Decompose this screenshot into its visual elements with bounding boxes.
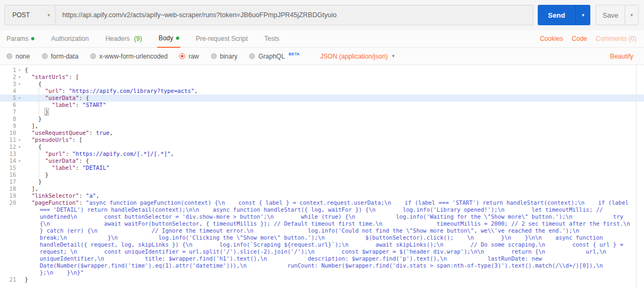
fold-caret-icon[interactable]: ▾ <box>16 81 23 88</box>
fold-caret-icon[interactable]: ▾ <box>16 143 23 150</box>
cookies-link[interactable]: Cookies <box>540 35 563 42</box>
token <box>25 109 45 115</box>
token: , <box>96 192 99 199</box>
method-select[interactable]: POST ▾ <box>4 5 56 25</box>
token <box>25 150 45 157</box>
line-number: 13 <box>0 150 16 157</box>
tab-label: Pre-request Script <box>196 35 248 42</box>
radio-label: x-www-form-urlencoded <box>99 53 167 60</box>
line-content: } <box>23 116 42 123</box>
tab-params[interactable]: Params <box>5 30 35 48</box>
beta-badge: BETA <box>289 52 300 56</box>
token: "pageFunction" <box>32 199 79 206</box>
indent-guide <box>39 109 39 116</box>
token: } <box>25 171 48 178</box>
token: "async function pageFunction(context) {\… <box>40 199 644 276</box>
body-type-raw[interactable]: raw <box>179 53 199 60</box>
code-line-6: 6 "label": "START" <box>0 102 644 109</box>
token <box>25 192 32 199</box>
token: } <box>25 116 42 122</box>
body-type-form-data[interactable]: form-data <box>42 53 78 60</box>
beautify-button[interactable]: Beautify <box>610 53 633 60</box>
token: , <box>194 88 197 94</box>
url-input[interactable] <box>56 5 533 25</box>
fold-caret-icon[interactable]: ▾ <box>16 67 23 74</box>
body-type-x-www-form-urlencoded[interactable]: x-www-form-urlencoded <box>90 53 167 60</box>
token: : <box>79 199 86 206</box>
line-number: 7 <box>0 109 16 116</box>
token: } <box>45 109 48 115</box>
token: : <box>76 164 83 171</box>
body-type-binary[interactable]: binary <box>211 53 238 60</box>
token: "https://apify.com/[.*]/[.*]" <box>72 150 171 157</box>
token <box>25 199 32 206</box>
line-content: } <box>23 276 28 283</box>
send-options-button[interactable]: ▾ <box>575 5 590 25</box>
tab-label: Headers <box>105 35 129 42</box>
save-split-button: Save ▾ <box>596 5 639 25</box>
line-number: 14 <box>0 157 16 164</box>
token: : <box>76 102 83 108</box>
code-line-13: 13 "purl": "https://apify.com/[.*]/[.*]"… <box>0 150 644 157</box>
token: "userData" <box>45 95 79 101</box>
token: : <box>65 150 72 157</box>
line-content: { <box>23 81 42 88</box>
code-line-5: 5▾ "userData": { <box>0 95 644 102</box>
comments-link[interactable]: Comments (0) <box>596 35 636 42</box>
radio-icon <box>90 53 96 59</box>
radio-icon <box>211 53 217 59</box>
radio-label: raw <box>188 53 199 60</box>
green-dot-icon <box>176 37 179 40</box>
line-content: ], <box>23 185 38 192</box>
indent-guide <box>39 102 39 109</box>
line-content: "url": "https://apify.com/library?type=a… <box>23 88 197 95</box>
token: "label" <box>52 164 76 171</box>
fold-caret-icon[interactable]: ▾ <box>16 157 23 164</box>
editor-scrollbar[interactable] <box>636 65 636 288</box>
line-content: { <box>23 67 28 74</box>
body-type-none[interactable]: none <box>6 53 30 60</box>
fold-caret-icon[interactable]: ▾ <box>16 136 23 143</box>
radio-icon <box>6 53 12 59</box>
token: } <box>25 178 42 185</box>
token: : <box>89 129 96 136</box>
token: "linkSelector" <box>32 192 79 199</box>
chevron-down-icon: ▾ <box>582 12 584 18</box>
tab-tests[interactable]: Tests <box>263 30 280 48</box>
fold-caret-icon[interactable]: ▾ <box>16 74 23 81</box>
headers-count: (9) <box>134 35 142 42</box>
save-options-button[interactable]: ▾ <box>625 5 639 25</box>
request-url-bar: POST ▾ Send ▾ Save ▾ <box>0 0 644 30</box>
line-content: } <box>23 178 42 185</box>
token <box>25 95 45 101</box>
code-link[interactable]: Code <box>572 35 587 42</box>
code-line-7: 7 } <box>0 109 644 116</box>
tab-body[interactable]: Body <box>157 30 180 48</box>
line-number: 11 <box>0 136 16 143</box>
code-line-1: 1▾{ <box>0 67 644 74</box>
tab-pre-request-script[interactable]: Pre-request Script <box>195 30 249 48</box>
raw-body-editor[interactable]: 1▾{2▾ "startUrls": [3▾ {4 "url": "https:… <box>0 65 644 288</box>
line-number: 21 <box>0 276 16 283</box>
body-type-graphql[interactable]: GraphQL BETA <box>249 53 299 60</box>
line-number: 20 <box>0 199 16 206</box>
tab-headers[interactable]: Headers (9) <box>104 30 143 48</box>
content-type-select[interactable]: JSON (application/json) ▾ <box>320 53 395 60</box>
token: : { <box>79 95 89 101</box>
token: { <box>25 67 28 73</box>
body-type-bar: none form-data x-www-form-urlencoded raw… <box>0 48 644 65</box>
line-number: 6 <box>0 102 16 109</box>
send-button[interactable]: Send <box>538 5 575 25</box>
code-line-14: 14▾ "userData": { <box>0 157 644 164</box>
tab-authorization[interactable]: Authorization <box>50 30 90 48</box>
line-content: "label": "START" <box>23 102 106 109</box>
save-button[interactable]: Save <box>596 5 625 25</box>
code-line-21: 21} <box>0 276 644 283</box>
line-number: 17 <box>0 178 16 185</box>
request-tabs: Params Authorization Headers (9) Body Pr… <box>0 30 644 48</box>
line-content: "pageFunction": "async function pageFunc… <box>23 199 644 276</box>
token: "https://apify.com/library?type=acts" <box>69 88 194 94</box>
radio-icon <box>42 53 48 59</box>
code-line-3: 3▾ { <box>0 81 644 88</box>
fold-caret-icon[interactable]: ▾ <box>16 95 23 102</box>
